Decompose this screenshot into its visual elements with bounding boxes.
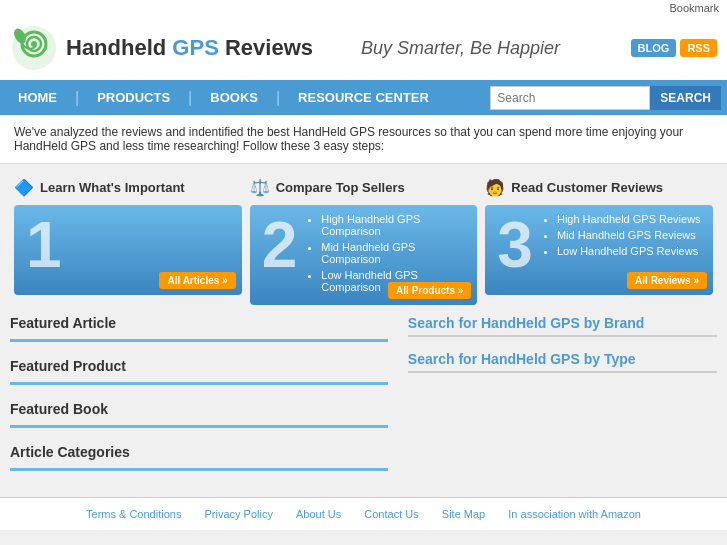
featured-product-bar — [10, 382, 388, 385]
footer-about[interactable]: About Us — [296, 508, 341, 520]
footer: Terms & Conditions Privacy Policy About … — [0, 497, 727, 530]
col3-link-1[interactable]: High Handheld GPS Reviews — [557, 213, 701, 225]
lower-section: Featured Article Featured Product Featur… — [0, 305, 727, 497]
search-button[interactable]: SEARCH — [650, 86, 721, 110]
top-bar: Bookmark — [0, 0, 727, 16]
col2-link-2[interactable]: Mid Handheld GPS Comparison — [321, 241, 415, 265]
footer-privacy[interactable]: Privacy Policy — [204, 508, 272, 520]
blog-badge[interactable]: BLOG — [631, 39, 677, 57]
col2-icon: ⚖️ — [250, 178, 270, 197]
col2-header: ⚖️ Compare Top Sellers — [250, 174, 478, 201]
footer-contact[interactable]: Contact Us — [364, 508, 418, 520]
col1-inner: 1 All Articles » — [14, 205, 242, 295]
header: Handheld GPS Reviews Buy Smarter, Be Hap… — [0, 16, 727, 80]
col3-title: Read Customer Reviews — [511, 180, 663, 195]
col2-number: 2 — [258, 213, 298, 277]
featured-product-block: Featured Product — [10, 358, 388, 385]
article-categories-title: Article Categories — [10, 444, 388, 462]
col2-block: ⚖️ Compare Top Sellers 2 High Handheld G… — [250, 174, 478, 305]
col3-link-3[interactable]: Low Handheld GPS Reviews — [557, 245, 698, 257]
footer-terms[interactable]: Terms & Conditions — [86, 508, 181, 520]
footer-sitemap[interactable]: Site Map — [442, 508, 485, 520]
lower-left: Featured Article Featured Product Featur… — [10, 315, 388, 487]
logo-icon — [10, 24, 58, 72]
featured-article-title: Featured Article — [10, 315, 388, 333]
col1-header: 🔷 Learn What's Important — [14, 174, 242, 201]
col2-link-1[interactable]: High Handheld GPS Comparison — [321, 213, 420, 237]
tagline: Buy Smarter, Be Happier — [361, 38, 560, 59]
brand-search-link[interactable]: Search for HandHeld GPS by Brand — [408, 315, 717, 331]
col3-number: 3 — [493, 213, 533, 277]
col3-icon: 🧑 — [485, 178, 505, 197]
col1-btn[interactable]: All Articles » — [159, 272, 235, 289]
col2-title: Compare Top Sellers — [276, 180, 405, 195]
article-categories-bar — [10, 468, 388, 471]
lower-right: Search for HandHeld GPS by Brand Search … — [408, 315, 717, 487]
featured-book-block: Featured Book — [10, 401, 388, 428]
nav-books[interactable]: BOOKS — [192, 80, 276, 115]
featured-book-title: Featured Book — [10, 401, 388, 419]
nav-resource[interactable]: RESOURCE CENTER — [280, 80, 447, 115]
header-links: BLOG RSS — [631, 39, 717, 57]
col2-inner: 2 High Handheld GPS Comparison Mid Handh… — [250, 205, 478, 305]
type-line — [408, 371, 717, 373]
three-columns: 🔷 Learn What's Important 1 All Articles … — [0, 164, 727, 305]
featured-article-block: Featured Article — [10, 315, 388, 342]
article-categories-block: Article Categories — [10, 444, 388, 471]
nav-products[interactable]: PRODUCTS — [79, 80, 188, 115]
nav-bar: HOME | PRODUCTS | BOOKS | RESOURCE CENTE… — [0, 80, 727, 115]
logo-area: Handheld GPS Reviews Buy Smarter, Be Hap… — [10, 24, 560, 72]
intro-text: We've analyzed the reviews and indentifi… — [0, 115, 727, 164]
col3-link-2[interactable]: Mid Handheld GPS Reviews — [557, 229, 696, 241]
col3-links: High Handheld GPS Reviews Mid Handheld G… — [541, 213, 701, 261]
featured-product-title: Featured Product — [10, 358, 388, 376]
col3-btn[interactable]: All Reviews » — [627, 272, 707, 289]
featured-book-bar — [10, 425, 388, 428]
col1-number: 1 — [22, 213, 62, 277]
featured-article-bar — [10, 339, 388, 342]
col2-btn[interactable]: All Products » — [388, 282, 471, 299]
type-search-link[interactable]: Search for HandHeld GPS by Type — [408, 351, 717, 367]
search-area: SEARCH — [490, 86, 727, 110]
col1-title: Learn What's Important — [40, 180, 185, 195]
bookmark-label: Bookmark — [669, 2, 719, 14]
col3-block: 🧑 Read Customer Reviews 3 High Handheld … — [485, 174, 713, 305]
col1-icon: 🔷 — [14, 178, 34, 197]
logo-text: Handheld GPS Reviews — [66, 35, 313, 61]
brand-line — [408, 335, 717, 337]
rss-badge[interactable]: RSS — [680, 39, 717, 57]
nav-home[interactable]: HOME — [0, 80, 75, 115]
search-input[interactable] — [490, 86, 650, 110]
col3-inner: 3 High Handheld GPS Reviews Mid Handheld… — [485, 205, 713, 295]
col3-header: 🧑 Read Customer Reviews — [485, 174, 713, 201]
footer-amazon[interactable]: In association with Amazon — [508, 508, 641, 520]
col1-block: 🔷 Learn What's Important 1 All Articles … — [14, 174, 242, 305]
